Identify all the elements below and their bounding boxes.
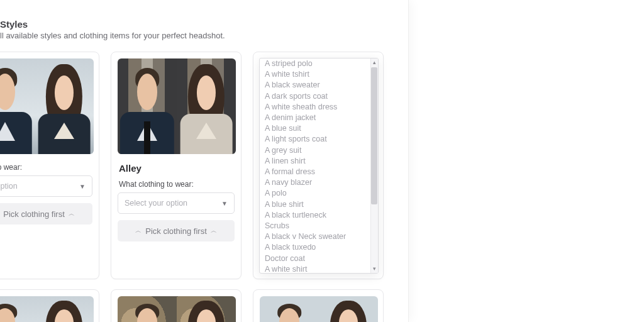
style-card [253, 289, 384, 322]
chevron-up-icon: ︿ [69, 209, 75, 218]
page-title: Styles [0, 19, 408, 30]
clothing-option[interactable]: A grey suit [260, 145, 372, 156]
options-viewport: A striped poloA white tshirtA black swea… [260, 58, 372, 273]
clothing-option[interactable]: A white sheath dress [260, 102, 372, 113]
main-panel: Styles ll available styles and clothing … [0, 0, 409, 322]
clothing-option[interactable]: A polo [260, 188, 372, 199]
clothing-select[interactable]: our option ▼ [0, 175, 92, 197]
clothing-label: What clothing to wear: [119, 180, 233, 189]
clothing-option[interactable]: A striped polo [260, 58, 372, 69]
clothing-option[interactable]: A blue shirt [260, 199, 372, 210]
clothing-option[interactable]: Doctor coat [260, 253, 372, 264]
caret-down-icon: ▼ [79, 183, 86, 190]
style-card: I A striped poloA white tshirtA black sw… [253, 52, 384, 279]
clothing-options-listbox[interactable]: A striped poloA white tshirtA black swea… [259, 58, 379, 274]
style-title: Alley [119, 163, 233, 174]
chevron-up-icon: ︿ [211, 226, 217, 235]
style-cards-row: AR thing to wear: our option ▼ ︿ Pick cl… [0, 52, 408, 279]
scroll-up-icon[interactable]: ▴ [371, 58, 378, 67]
clothing-option[interactable]: A denim jacket [260, 113, 372, 123]
clothing-option[interactable]: Scrubs [260, 221, 372, 231]
clothing-option[interactable]: A linen shirt [260, 156, 372, 167]
pick-clothing-button[interactable]: ︿ Pick clothing first ︿ [0, 203, 92, 225]
chevron-up-icon: ︿ [135, 226, 142, 235]
style-preview [118, 296, 236, 322]
style-preview [260, 296, 378, 322]
style-cards-row-2: AR [0, 289, 408, 322]
clothing-option[interactable]: A white tshirt [260, 69, 372, 80]
clothing-option[interactable]: A black turtleneck [260, 210, 372, 221]
clothing-option[interactable]: A formal dress [260, 167, 372, 177]
select-placeholder: our option [0, 182, 18, 191]
clothing-option[interactable]: A black sweater [260, 80, 372, 91]
clothing-option[interactable]: A white shirt [260, 264, 372, 273]
cta-label: Pick clothing first [145, 226, 207, 236]
section-header: Styles ll available styles and clothing … [0, 19, 408, 40]
select-placeholder: Select your option [125, 199, 187, 208]
clothing-option[interactable]: A navy blazer [260, 177, 372, 188]
clothing-option[interactable]: A black tuxedo [260, 242, 372, 253]
style-card-alley: MOST POPULAR Alley What clothing to wear… [111, 52, 242, 279]
caret-down-icon: ▼ [221, 200, 228, 207]
cta-label: Pick clothing first [3, 209, 65, 219]
pick-clothing-button[interactable]: ︿ Pick clothing first ︿ [118, 220, 235, 242]
clothing-option[interactable]: A black v Neck sweater [260, 231, 372, 242]
clothing-option[interactable]: A blue suit [260, 123, 372, 134]
clothing-label: thing to wear: [0, 163, 91, 172]
page-subtitle: ll available styles and clothing items f… [0, 31, 408, 40]
clothing-option[interactable]: A dark sports coat [260, 91, 372, 102]
style-preview [118, 58, 236, 154]
scroll-thumb[interactable] [371, 67, 377, 204]
clothing-select[interactable]: Select your option ▼ [118, 192, 235, 214]
style-card [111, 289, 242, 322]
style-preview [0, 296, 94, 322]
listbox-scrollbar[interactable]: ▴ ▾ [370, 58, 378, 273]
style-card: AR thing to wear: our option ▼ ︿ Pick cl… [0, 52, 99, 279]
scroll-down-icon[interactable]: ▾ [371, 265, 378, 273]
style-card: AR [0, 289, 99, 322]
clothing-option[interactable]: A light sports coat [260, 134, 372, 145]
style-preview [0, 58, 94, 154]
